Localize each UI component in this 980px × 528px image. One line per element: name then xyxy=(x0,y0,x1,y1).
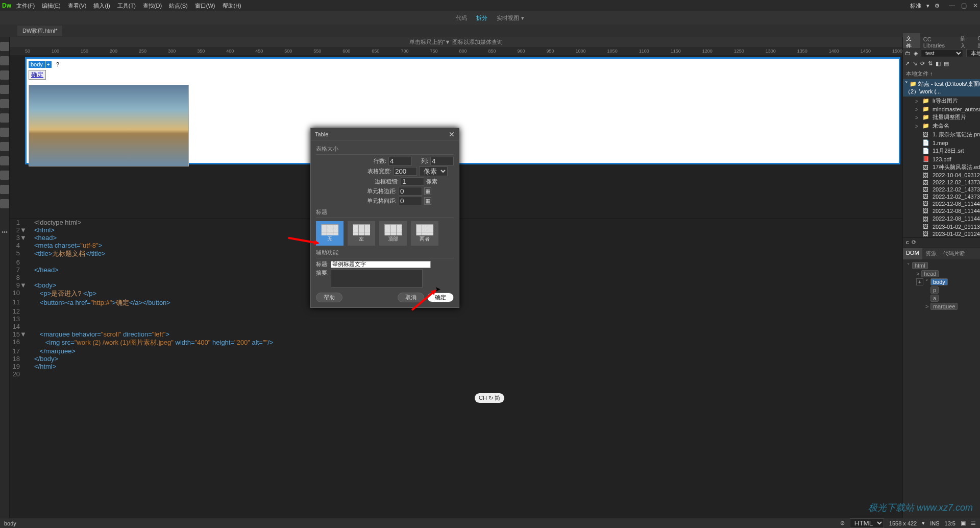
site-root-row[interactable]: ˅ 📁 站点 - test (D:\tools\桌面\work（2）\work … xyxy=(903,79,980,97)
file-tree-item[interactable]: 🖼1. 康奈尔笔记法.png xyxy=(903,130,980,139)
workspace-selector[interactable]: 标准 xyxy=(910,2,921,10)
menu-item[interactable]: 插入(I) xyxy=(93,2,110,10)
dom-node[interactable]: >head xyxy=(905,270,980,278)
code-line[interactable]: 12 xyxy=(10,307,902,315)
file-tree-item[interactable]: >📁批量调整图片 xyxy=(903,113,980,122)
file-tree-item[interactable]: 📄11月28日.srt xyxy=(903,147,980,155)
menu-item[interactable]: 站点(S) xyxy=(169,2,188,10)
spacing-input[interactable] xyxy=(399,197,422,205)
filelist-header[interactable]: 本地文件 ↑ xyxy=(903,68,980,79)
site-definition-icon[interactable]: 🗀 xyxy=(905,50,911,56)
file-tree-item[interactable]: 🖼2022-12-02_143733 (2).jpg xyxy=(903,179,980,186)
code-line[interactable]: 13 xyxy=(10,315,902,323)
dialog-titlebar[interactable]: Table ✕ xyxy=(311,128,459,140)
code-line[interactable]: 20 xyxy=(10,370,902,378)
site-select[interactable]: test xyxy=(921,49,963,57)
minimize-icon[interactable]: — xyxy=(949,2,955,9)
tool-icon[interactable] xyxy=(0,42,9,51)
maximize-icon[interactable]: ▢ xyxy=(961,2,967,9)
tool-icon[interactable] xyxy=(0,113,9,123)
language-select[interactable]: HTML xyxy=(850,518,884,528)
cols-input[interactable] xyxy=(430,157,454,165)
header-option[interactable]: 顶部 xyxy=(379,221,407,246)
tool-icon[interactable] xyxy=(0,99,9,108)
dom-path[interactable]: body xyxy=(4,520,16,526)
dom-node[interactable]: ˅html xyxy=(905,261,980,270)
code-line[interactable]: 16 <img src="work (2) /work (1)/图片素材.jpe… xyxy=(10,338,902,347)
insert-mode[interactable]: INS xyxy=(930,520,939,526)
link-icon[interactable]: c xyxy=(906,239,909,247)
file-tree-item[interactable]: >📁未命名 xyxy=(903,122,980,130)
menu-item[interactable]: 帮助(H) xyxy=(223,2,241,10)
file-tree-item[interactable]: 🖼2022-10-04_093128.png xyxy=(903,172,980,179)
dialog-close-icon[interactable]: ✕ xyxy=(449,130,455,138)
header-option[interactable]: 左 xyxy=(348,221,375,246)
file-tree-item[interactable]: 🖼2022-12-02_143733.jpg xyxy=(903,186,980,193)
file-tree-item[interactable]: 🖼2023-01-02_091132.png xyxy=(903,223,980,230)
dom-add-icon[interactable]: + xyxy=(916,278,923,285)
file-tree-item[interactable]: 🖼2022-12-08_111449.jpg xyxy=(903,200,980,207)
width-unit-select[interactable]: 像素 xyxy=(419,166,448,176)
ft-tool-icon[interactable]: ⟳ xyxy=(920,60,925,67)
tool-icon[interactable] xyxy=(0,199,9,208)
view-split[interactable]: 拆分 xyxy=(476,14,487,22)
dom-node[interactable]: a xyxy=(905,294,980,302)
caption-input[interactable] xyxy=(331,261,431,268)
file-tree-item[interactable]: 📕123.pdf xyxy=(903,155,980,163)
view-select[interactable]: 本地视图 xyxy=(966,49,980,57)
code-line[interactable]: 17 </marquee> xyxy=(10,347,902,355)
tool-icon[interactable] xyxy=(0,156,9,165)
view-live[interactable]: 实时视图 ▾ xyxy=(497,14,524,22)
tool-icon[interactable] xyxy=(0,185,9,194)
tool-icon[interactable] xyxy=(0,142,9,151)
ft-tool-icon[interactable]: ▤ xyxy=(944,60,949,67)
settings-gear-icon[interactable]: ⚙ xyxy=(935,3,940,9)
file-tree-item[interactable]: >📁mindmaster_autosave xyxy=(903,105,980,113)
file-tree-item[interactable]: 🖼2023-01-02_091244.png xyxy=(903,230,980,237)
file-tree-item[interactable]: 🖼2022-12-02_143733.png xyxy=(903,193,980,200)
menu-item[interactable]: 工具(T) xyxy=(117,2,136,10)
dom-node[interactable]: p xyxy=(905,286,980,294)
padding-input[interactable] xyxy=(399,187,422,196)
code-line[interactable]: 18</body> xyxy=(10,355,902,363)
menu-item[interactable]: 窗口(W) xyxy=(195,2,215,10)
file-tree-item[interactable]: >📁lr导出图片 xyxy=(903,97,980,105)
server-icon[interactable]: ◈ xyxy=(914,50,918,57)
code-line[interactable]: 19</html> xyxy=(10,363,902,370)
menu-item[interactable]: 查找(D) xyxy=(143,2,162,10)
file-tree-item[interactable]: 🖼2022-12-08_111449.png xyxy=(903,207,980,214)
file-tree-item[interactable]: 🖼17种头脑风暴法.eddx xyxy=(903,163,980,172)
dom-panel-tab[interactable]: 代码片断 xyxy=(940,248,968,259)
menu-item[interactable]: 编辑(E) xyxy=(42,2,61,10)
tool-icon[interactable] xyxy=(0,85,9,94)
close-icon[interactable]: ✕ xyxy=(973,2,978,9)
page-canvas[interactable]: body+ ? 确定 xyxy=(25,57,900,164)
ft-tool-icon[interactable]: ⇅ xyxy=(928,60,933,67)
cancel-button[interactable]: 取消 xyxy=(398,293,424,302)
refresh-icon[interactable]: ⟳ xyxy=(912,239,916,247)
sb-icon[interactable]: ☰ xyxy=(971,520,976,526)
file-tab[interactable]: DW教程.html* xyxy=(17,26,62,36)
summary-textarea[interactable] xyxy=(331,269,423,287)
header-option[interactable]: 两者 xyxy=(411,221,438,246)
code-line[interactable]: 14 xyxy=(10,323,902,330)
width-input[interactable] xyxy=(394,167,417,176)
dom-panel-tab[interactable]: 资源 xyxy=(922,248,940,259)
sb-icon[interactable]: ▣ xyxy=(961,520,966,526)
rows-input[interactable] xyxy=(388,157,412,165)
ft-tool-icon[interactable]: ↘ xyxy=(913,60,917,67)
file-tree-item[interactable]: 📄1.mep xyxy=(903,139,980,147)
dom-node[interactable]: +˅body xyxy=(905,278,980,286)
tool-icon[interactable] xyxy=(0,171,9,180)
code-line[interactable]: 15▼ <marquee behavior="scroll" direction… xyxy=(10,330,902,338)
sb-icon[interactable]: ⊘ xyxy=(840,520,845,526)
ft-tool-icon[interactable]: ◧ xyxy=(936,60,941,67)
help-button[interactable]: 帮助 xyxy=(316,293,342,302)
file-tree-item[interactable]: 🖼2022-12-08_111449_副本.png xyxy=(903,214,980,223)
border-input[interactable] xyxy=(401,177,424,186)
menu-item[interactable]: 文件(F) xyxy=(16,2,35,10)
page-confirm-button[interactable]: 确定 xyxy=(29,70,46,80)
more-icon[interactable]: ••• xyxy=(0,229,9,235)
tool-icon[interactable] xyxy=(0,70,9,80)
tool-icon[interactable] xyxy=(0,128,9,137)
